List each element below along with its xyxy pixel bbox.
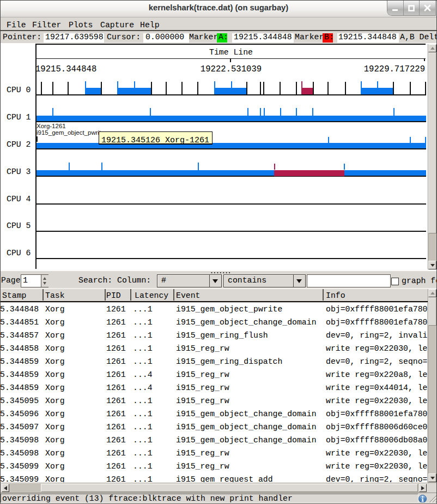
svg-text:19215.345126 Xorg-1261: 19215.345126 Xorg-1261 <box>101 136 209 145</box>
svg-text:19215.344848: 19215.344848 <box>35 64 96 74</box>
svg-text:CPU 3: CPU 3 <box>7 167 31 176</box>
svg-text:CPU 4: CPU 4 <box>7 195 31 203</box>
svg-text:CPU 0: CPU 0 <box>7 86 31 94</box>
svg-text:i915_gem_object_pwrite: i915_gem_object_pwrite <box>37 129 105 136</box>
svg-text:19229.717229: 19229.717229 <box>364 64 425 74</box>
svg-text:CPU 1: CPU 1 <box>7 113 31 122</box>
svg-text:Xorg-1261: Xorg-1261 <box>37 123 66 129</box>
svg-text:CPU 2: CPU 2 <box>7 140 31 149</box>
svg-text:19222.531039: 19222.531039 <box>201 64 262 74</box>
svg-text:CPU 6: CPU 6 <box>7 249 31 257</box>
svg-text:Time Line: Time Line <box>209 48 253 57</box>
svg-text:CPU 5: CPU 5 <box>7 221 31 230</box>
